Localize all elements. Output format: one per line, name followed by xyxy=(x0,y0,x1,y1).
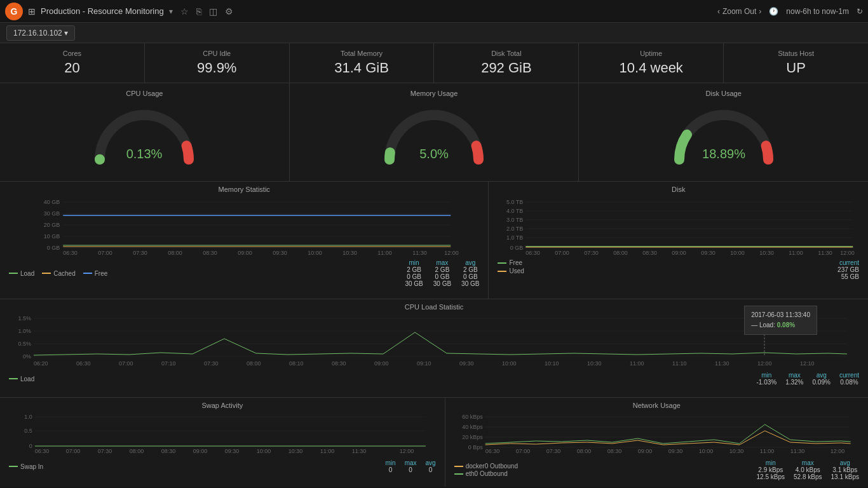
svg-text:06:30: 06:30 xyxy=(76,360,91,367)
svg-text:3.0 TB: 3.0 TB xyxy=(506,217,523,223)
svg-text:08:00: 08:00 xyxy=(130,448,144,454)
svg-text:11:30: 11:30 xyxy=(412,250,427,256)
legend-min-col: min2 GB0 GB30 GB xyxy=(405,259,423,287)
svg-text:07:30: 07:30 xyxy=(133,250,147,256)
app-grid-icon: ⊞ xyxy=(28,6,36,17)
svg-text:10:10: 10:10 xyxy=(545,360,559,367)
app-logo: G xyxy=(5,3,23,20)
topbar-action-icons: ☆ ⎘ ◫ ⚙ xyxy=(180,6,233,17)
tooltip-time: 2017-06-03 11:33:40 xyxy=(751,310,810,320)
svg-text:08:30: 08:30 xyxy=(203,250,217,256)
star-icon[interactable]: ☆ xyxy=(180,6,189,17)
save-icon[interactable]: ◫ xyxy=(209,6,217,17)
svg-text:2.0 TB: 2.0 TB xyxy=(506,226,523,232)
svg-text:07:30: 07:30 xyxy=(98,448,112,454)
svg-text:18.89%: 18.89% xyxy=(702,147,745,161)
network-legend-stats: min2.9 kBps12.5 kBps max4.0 kBps52.8 kBp… xyxy=(757,459,859,480)
svg-text:09:00: 09:00 xyxy=(637,448,652,454)
svg-text:11:00: 11:00 xyxy=(320,448,335,454)
stat-card-status-host: Status HostUP xyxy=(724,43,868,83)
cpu-load-panel: CPU Load Statistic 1.5% 1.0% 0.5% 0% 06:… xyxy=(0,299,868,398)
stats-row: Cores20CPU Idle99.9%Total Memory31.4 GiB… xyxy=(0,43,868,83)
disk-chart-panel: Disk 5.0 TB 4.0 TB 3.0 TB 2.0 TB 1.0 TB … xyxy=(489,182,868,299)
svg-text:10:00: 10:00 xyxy=(698,448,713,454)
svg-text:0.5%: 0.5% xyxy=(18,341,31,347)
svg-text:11:00: 11:00 xyxy=(759,448,774,454)
svg-text:09:00: 09:00 xyxy=(193,448,208,454)
net-legend-eth0: eth0 Outbound xyxy=(454,470,757,477)
gauge-title-1: Memory Usage xyxy=(290,90,579,97)
svg-text:11:10: 11:10 xyxy=(672,360,687,367)
svg-text:09:30: 09:30 xyxy=(668,448,682,454)
svg-text:12:10: 12:10 xyxy=(800,360,815,367)
svg-text:06:30: 06:30 xyxy=(63,250,78,256)
topbar-right: ‹ Zoom Out › 🕐 now-6h to now-1m ↻ xyxy=(717,7,863,16)
cpu-legend-load: Load xyxy=(9,376,34,383)
svg-text:09:30: 09:30 xyxy=(459,360,474,367)
svg-text:07:00: 07:00 xyxy=(119,360,133,367)
disk-chart-title: Disk xyxy=(492,186,864,193)
svg-text:08:30: 08:30 xyxy=(161,448,176,454)
legend-load: Load xyxy=(9,270,34,277)
svg-text:09:00: 09:00 xyxy=(672,250,687,256)
top-bar: G ⊞ Production - Resource Monitoring ▾ ☆… xyxy=(0,0,868,23)
svg-text:06:30: 06:30 xyxy=(485,448,499,454)
cpu-tooltip: 2017-06-03 11:33:40 — Load: 0.08% xyxy=(744,306,817,335)
svg-text:11:00: 11:00 xyxy=(377,250,392,256)
settings-icon[interactable]: ⚙ xyxy=(225,6,233,17)
disk-legend-free: Free xyxy=(498,259,837,266)
svg-text:09:30: 09:30 xyxy=(273,250,287,256)
svg-text:08:00: 08:00 xyxy=(576,448,591,454)
svg-text:1.5%: 1.5% xyxy=(18,315,31,322)
svg-text:11:30: 11:30 xyxy=(352,448,367,454)
share-icon[interactable]: ⎘ xyxy=(196,6,201,17)
charts-row1: Memory Statistic 40 GB 30 GB 20 GB 10 GB… xyxy=(0,182,868,299)
swap-legend-item: Swap In xyxy=(9,463,43,470)
cpu-load-svg: 1.5% 1.0% 0.5% 0% 06:20 06:30 07:00 07:1… xyxy=(4,313,864,370)
network-chart-panel: Network Usage 60 kBps 40 kBps 20 kBps 0 … xyxy=(445,398,868,487)
svg-text:10 GB: 10 GB xyxy=(44,233,60,240)
svg-text:1.0%: 1.0% xyxy=(18,328,31,334)
swap-chart-panel: Swap Activity 1.0 0.5 0 06:30 07:00 07:3… xyxy=(0,398,445,487)
network-chart-svg: 60 kBps 40 kBps 20 kBps 0 Bps 06:30 07:0… xyxy=(449,412,864,456)
svg-text:40 kBps: 40 kBps xyxy=(462,424,483,430)
svg-text:06:30: 06:30 xyxy=(526,250,541,256)
disk-current-col: current 237 GB 55 GB xyxy=(837,259,859,280)
gauge-title-0: CPU Usage xyxy=(0,90,289,97)
time-range[interactable]: now-6h to now-1m xyxy=(786,7,849,16)
svg-text:4.0 TB: 4.0 TB xyxy=(506,208,523,214)
svg-text:1.0 TB: 1.0 TB xyxy=(506,234,523,241)
stat-card-cores: Cores20 xyxy=(0,43,145,83)
svg-text:10:00: 10:00 xyxy=(257,448,271,454)
stat-card-disk-total: Disk Total292 GiB xyxy=(434,43,579,83)
zoom-out-button[interactable]: ‹ Zoom Out › xyxy=(717,7,761,16)
svg-text:12:00: 12:00 xyxy=(830,448,844,454)
gauge-panel-0: CPU Usage 0.13% xyxy=(0,83,290,181)
gauge-panel-1: Memory Usage 5.0% xyxy=(290,83,580,181)
gauge-svg-2: 18.89% xyxy=(660,102,787,172)
chevron-right-icon: › xyxy=(759,7,761,16)
svg-text:07:30: 07:30 xyxy=(204,360,219,367)
svg-text:1.0: 1.0 xyxy=(24,414,32,420)
svg-text:07:00: 07:00 xyxy=(98,250,112,256)
svg-text:10:30: 10:30 xyxy=(342,250,357,256)
stat-card-cpu-idle: CPU Idle99.9% xyxy=(145,43,290,83)
refresh-icon[interactable]: ↻ xyxy=(857,7,863,16)
network-chart-title: Network Usage xyxy=(449,402,864,409)
svg-text:11:30: 11:30 xyxy=(818,250,833,256)
svg-text:10:00: 10:00 xyxy=(731,250,745,256)
svg-text:5.0 TB: 5.0 TB xyxy=(506,199,523,205)
topbar-title: Production - Resource Monitoring xyxy=(41,6,164,16)
svg-text:11:30: 11:30 xyxy=(790,448,804,454)
gauge-title-2: Disk Usage xyxy=(579,90,868,97)
svg-text:20 kBps: 20 kBps xyxy=(462,434,483,440)
host-dropdown[interactable]: 172.16.10.102 ▾ xyxy=(6,25,75,41)
tooltip-load: — Load: 0.08% xyxy=(751,320,810,330)
svg-text:09:30: 09:30 xyxy=(702,250,716,256)
svg-text:08:00: 08:00 xyxy=(168,250,182,256)
disk-chart-svg: 5.0 TB 4.0 TB 3.0 TB 2.0 TB 1.0 TB 0 GB … xyxy=(492,196,864,256)
legend-max-col: max2 GB0 GB30 GB xyxy=(433,259,451,287)
svg-text:12:00: 12:00 xyxy=(841,250,855,256)
svg-text:08:10: 08:10 xyxy=(289,360,304,367)
legend-cached: Cached xyxy=(42,270,75,277)
